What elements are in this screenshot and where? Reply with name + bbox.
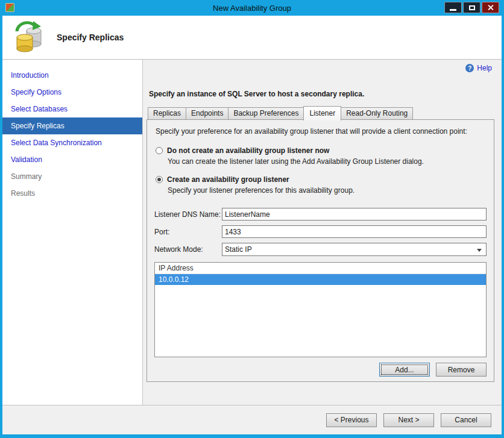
window-title: New Availability Group (213, 4, 291, 13)
sidebar-item-select-data-synchronization[interactable]: Select Data Synchronization (2, 134, 142, 151)
port-label: Port: (154, 228, 222, 236)
network-mode-label: Network Mode: (154, 245, 222, 254)
dns-name-label: Listener DNS Name: (154, 210, 222, 219)
window-controls (444, 2, 499, 13)
window-frame: Specify Replicas Introduction Specify Op… (2, 16, 502, 434)
page-title: Specify Replicas (57, 33, 124, 42)
page-instruction: Specify an instance of SQL Server to hos… (149, 90, 494, 98)
wizard-steps-sidebar: Introduction Specify Options Select Data… (2, 60, 143, 405)
minimize-button[interactable] (444, 2, 462, 13)
help-label: Help (477, 64, 492, 72)
radio-create-listener-label: Create an availability group listener (167, 175, 289, 184)
radio-create-listener-icon[interactable] (156, 176, 163, 183)
sidebar-item-results: Results (2, 185, 142, 202)
listener-intro-text: Specify your preference for an availabil… (156, 127, 487, 136)
tab-replicas[interactable]: Replicas (148, 107, 186, 120)
minimize-icon (450, 9, 456, 11)
chevron-down-icon (477, 249, 482, 252)
sidebar-item-summary: Summary (2, 168, 142, 185)
help-icon: ? (465, 64, 474, 72)
ip-address-list[interactable]: IP Address 10.0.0.12 (154, 262, 487, 357)
tab-backup-preferences[interactable]: Backup Preferences (228, 107, 304, 120)
titlebar[interactable]: New Availability Group (2, 0, 502, 16)
radio-no-listener-desc: You can create the listener later using … (168, 157, 487, 166)
next-button[interactable]: Next > (383, 413, 434, 427)
radio-no-listener[interactable]: Do not create an availability group list… (156, 146, 487, 155)
tab-listener[interactable]: Listener (303, 106, 341, 120)
sidebar-item-validation[interactable]: Validation (2, 151, 142, 168)
port-input[interactable] (222, 225, 487, 238)
replica-tabs: Replicas Endpoints Backup Preferences Li… (146, 105, 494, 120)
ip-actions: Add... Remove (154, 363, 487, 377)
radio-create-listener[interactable]: Create an availability group listener (156, 175, 487, 184)
listener-form: Listener DNS Name: Port: Network Mode: S… (154, 208, 487, 261)
wizard-body: Introduction Specify Options Select Data… (2, 59, 502, 405)
replicas-database-icon (13, 20, 43, 55)
remove-button[interactable]: Remove (436, 363, 487, 377)
maximize-button[interactable] (463, 2, 480, 13)
ip-address-column-header: IP Address (155, 263, 486, 274)
sidebar-item-specify-replicas[interactable]: Specify Replicas (2, 117, 142, 134)
add-button[interactable]: Add... (379, 363, 430, 377)
wizard-footer: < Previous Next > Cancel (2, 405, 502, 434)
cancel-button[interactable]: Cancel (441, 413, 491, 427)
tab-read-only-routing[interactable]: Read-Only Routing (341, 107, 413, 120)
wizard-main-pane: ? Help Specify an instance of SQL Server… (143, 60, 502, 405)
close-icon (487, 4, 494, 11)
sidebar-item-select-databases[interactable]: Select Databases (2, 101, 142, 117)
sidebar-item-specify-options[interactable]: Specify Options (2, 84, 142, 101)
close-button[interactable] (482, 2, 499, 13)
help-link[interactable]: ? Help (465, 64, 492, 72)
previous-button[interactable]: < Previous (326, 413, 377, 427)
wizard-header: Specify Replicas (2, 16, 502, 59)
radio-no-listener-icon[interactable] (156, 147, 163, 154)
network-mode-select[interactable]: Static IP (222, 243, 487, 256)
window-icon (5, 3, 14, 12)
new-availability-group-window: New Availability Group (0, 0, 504, 438)
radio-no-listener-label: Do not create an availability group list… (167, 146, 329, 155)
radio-create-listener-desc: Specify your listener preferences for th… (168, 186, 487, 195)
network-mode-value: Static IP (225, 245, 252, 254)
tab-endpoints[interactable]: Endpoints (186, 107, 228, 120)
sidebar-item-introduction[interactable]: Introduction (2, 67, 142, 84)
ip-address-row[interactable]: 10.0.0.12 (155, 274, 486, 285)
listener-tab-panel: Specify your preference for an availabil… (146, 119, 494, 382)
maximize-icon (469, 5, 475, 10)
dns-name-input[interactable] (222, 208, 487, 221)
